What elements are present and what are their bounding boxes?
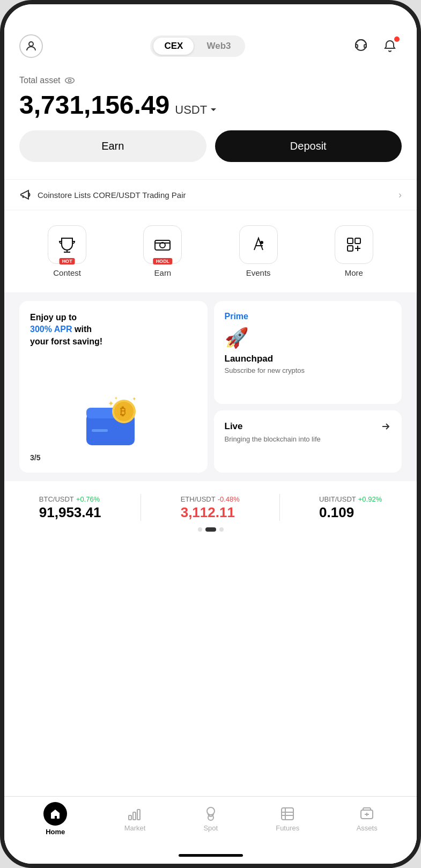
svg-point-11: [261, 241, 263, 244]
deposit-button[interactable]: Deposit: [215, 130, 402, 162]
rocket-icon: 🚀: [225, 327, 392, 349]
btc-pair: BTC/USDT: [39, 495, 74, 503]
ubit-pair: UBIT/USDT: [319, 495, 356, 503]
assets-icon: [359, 806, 375, 822]
headset-icon: [352, 36, 370, 54]
menu-item-contest[interactable]: HOT Contest: [48, 225, 86, 277]
apr-text: 300% APR: [30, 325, 72, 334]
events-icon: [249, 235, 268, 254]
ticker-ubit[interactable]: UBIT/USDT +0.92% 0.109: [319, 495, 382, 521]
nav-spot[interactable]: Spot: [203, 806, 219, 832]
events-icon-box: [239, 225, 278, 264]
contest-label: Contest: [53, 268, 81, 277]
prime-label: Prime: [225, 312, 392, 321]
live-arrow-icon: [380, 421, 391, 432]
futures-icon: [279, 806, 296, 822]
header: CEX Web3: [4, 28, 417, 64]
svg-point-0: [29, 42, 33, 46]
app-content: CEX Web3: [4, 28, 417, 864]
news-banner[interactable]: Coinstore Lists CORE/USDT Trading Pair ›: [4, 179, 417, 210]
home-bar: [179, 854, 243, 857]
hot-badge: HOT: [60, 258, 75, 264]
hodl-badge: HODL: [153, 258, 173, 264]
asset-currency: USDT: [175, 103, 218, 117]
profile-icon: [25, 40, 38, 53]
svg-rect-31: [282, 808, 293, 820]
spot-icon: [203, 806, 219, 822]
events-label: Events: [246, 268, 271, 277]
eth-price: 3,112.11: [181, 504, 240, 521]
live-card[interactable]: Live Bringing the blockchain into life: [214, 410, 402, 473]
ubit-change: +0.92%: [358, 495, 382, 503]
eye-icon[interactable]: [64, 75, 75, 86]
launchpad-card[interactable]: Prime 🚀 Launchpad Subscribe for new cryp…: [214, 301, 402, 404]
notification-dot: [394, 36, 400, 42]
nav-home-label: Home: [46, 828, 65, 836]
earn-menu-icon: [153, 235, 172, 254]
notification-button[interactable]: [378, 34, 402, 58]
savings-card[interactable]: Enjoy up to 300% APR with your forst sav…: [19, 301, 208, 473]
dot-2: [205, 527, 216, 532]
svg-point-5: [69, 79, 71, 82]
action-buttons: Earn Deposit: [19, 130, 402, 162]
svg-text:✦: ✦: [108, 399, 114, 408]
menu-item-events[interactable]: Events: [239, 225, 278, 277]
grid-more-icon: [344, 235, 364, 254]
svg-rect-18: [92, 429, 108, 432]
menu-item-earn[interactable]: HODL Earn: [143, 225, 182, 277]
nav-assets[interactable]: Assets: [357, 806, 378, 832]
cards-section: Enjoy up to 300% APR with your forst sav…: [4, 292, 417, 481]
svg-text:✦: ✦: [114, 396, 118, 401]
ticker-btc[interactable]: BTC/USDT +0.76% 91,953.41: [39, 495, 101, 521]
total-asset-label: Total asset: [19, 75, 402, 86]
dot-1: [198, 527, 202, 532]
nav-market-label: Market: [124, 824, 146, 832]
launchpad-desc: Subscribe for new cryptos: [225, 366, 392, 374]
svg-rect-3: [364, 45, 366, 48]
nav-assets-label: Assets: [357, 824, 378, 832]
nav-futures-label: Futures: [276, 824, 299, 832]
svg-text:✦: ✦: [132, 396, 136, 402]
wallet-svg: ₿ ✦ ✦ ✦: [81, 389, 145, 453]
menu-item-more[interactable]: More: [335, 225, 373, 277]
market-icon: [127, 806, 143, 822]
more-label: More: [345, 268, 363, 277]
btc-pair-row: BTC/USDT +0.76%: [39, 495, 101, 503]
asset-section: Total asset 3,731,156.49 USDT: [4, 64, 417, 171]
ubit-pair-row: UBIT/USDT +0.92%: [319, 495, 382, 503]
news-text: Coinstore Lists CORE/USDT Trading Pair: [38, 190, 186, 200]
earn-icon-box: HODL: [143, 225, 182, 264]
currency-dropdown-icon[interactable]: [209, 106, 218, 114]
contest-icon-box: HOT: [48, 225, 86, 264]
earn-button[interactable]: Earn: [19, 130, 206, 162]
ticker-eth[interactable]: ETH/USDT -0.48% 3,112.11: [181, 495, 240, 521]
tab-cex[interactable]: CEX: [153, 38, 194, 55]
nav-market[interactable]: Market: [124, 806, 146, 832]
megaphone-icon: [19, 188, 32, 201]
ticker-divider-1: [141, 494, 141, 521]
status-bar: [4, 4, 417, 28]
dot-3: [219, 527, 224, 532]
earn-label: Earn: [154, 268, 172, 277]
svg-rect-28: [137, 810, 140, 820]
home-indicator: [4, 847, 417, 864]
eth-pair-row: ETH/USDT -0.48%: [181, 495, 240, 503]
nav-home[interactable]: Home: [43, 802, 67, 836]
svg-rect-2: [356, 45, 358, 48]
eth-pair: ETH/USDT: [181, 495, 216, 503]
tab-web3[interactable]: Web3: [196, 38, 241, 55]
wallet-illustration: ₿ ✦ ✦ ✦: [30, 348, 197, 453]
scroll-area: Total asset 3,731,156.49 USDT: [4, 64, 417, 796]
svg-text:₿: ₿: [120, 406, 125, 417]
support-button[interactable]: [352, 36, 370, 56]
svg-rect-26: [129, 815, 131, 820]
launchpad-title: Launchpad: [225, 354, 392, 364]
live-desc: Bringing the blockchain into life: [225, 435, 392, 443]
nav-futures[interactable]: Futures: [276, 806, 299, 832]
phone-frame: CEX Web3: [0, 0, 421, 868]
eth-change: -0.48%: [218, 495, 240, 503]
profile-button[interactable]: [19, 34, 43, 58]
nav-spot-label: Spot: [203, 824, 218, 832]
trophy-icon: [57, 235, 77, 254]
card-pagination: 3/5: [30, 453, 197, 462]
